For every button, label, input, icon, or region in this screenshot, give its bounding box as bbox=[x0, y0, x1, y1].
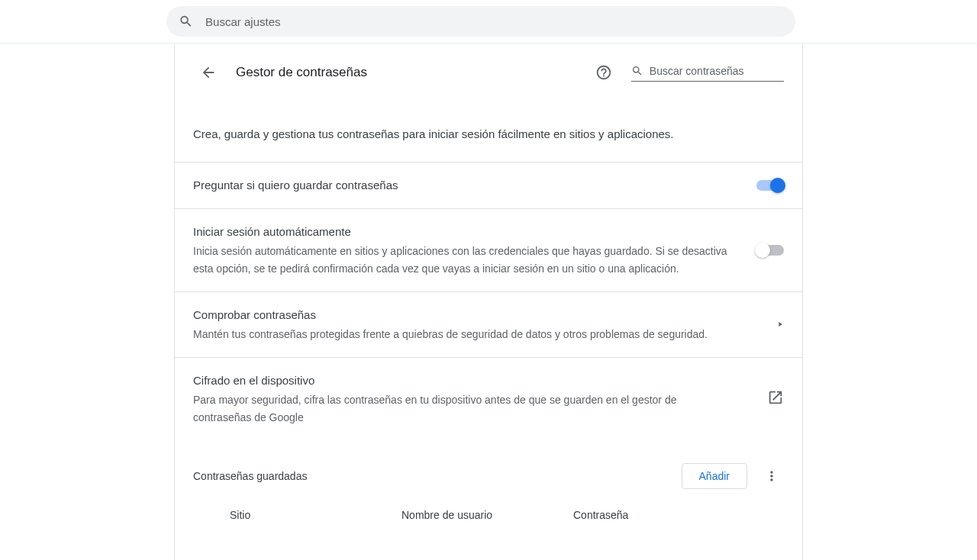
auto-signin-toggle[interactable] bbox=[756, 245, 784, 256]
auto-signin-title: Iniciar sesión automáticamente bbox=[193, 223, 741, 241]
check-pw-desc: Mantén tus contraseñas protegidas frente… bbox=[193, 326, 727, 343]
row-auto-signin: Iniciar sesión automáticamente Inicia se… bbox=[175, 209, 802, 292]
column-username: Nombre de usuario bbox=[401, 509, 573, 521]
password-manager-panel: Gestor de contraseñas Crea, guarda y ges… bbox=[174, 43, 803, 560]
toggle-thumb bbox=[770, 178, 785, 193]
auto-signin-desc: Inicia sesión automáticamente en sitios … bbox=[193, 243, 727, 278]
ask-save-toggle[interactable] bbox=[756, 180, 784, 191]
intro-text: Crea, guarda y gestiona tus contraseñas … bbox=[175, 95, 802, 163]
more-options-button[interactable] bbox=[759, 464, 784, 488]
chevron-right-icon bbox=[776, 318, 784, 330]
search-settings-field[interactable] bbox=[166, 6, 795, 37]
check-pw-title: Comprobar contraseñas bbox=[193, 306, 761, 324]
search-passwords-field[interactable] bbox=[631, 64, 784, 82]
passwords-table-header: Sitio Nombre de usuario Contraseña bbox=[175, 498, 802, 532]
encryption-desc: Para mayor seguridad, cifra las contrase… bbox=[193, 391, 727, 426]
ask-save-title: Preguntar si quiero guardar contraseñas bbox=[193, 176, 741, 195]
search-passwords-input[interactable] bbox=[650, 65, 784, 77]
saved-passwords-title: Contraseñas guardadas bbox=[193, 470, 682, 482]
saved-passwords-header: Contraseñas guardadas Añadir bbox=[175, 440, 802, 498]
search-settings-input[interactable] bbox=[205, 15, 783, 28]
search-icon bbox=[179, 14, 193, 29]
column-site: Sitio bbox=[230, 509, 401, 521]
panel-header: Gestor de contraseñas bbox=[175, 43, 802, 95]
help-button[interactable] bbox=[588, 57, 619, 88]
row-ask-save: Preguntar si quiero guardar contraseñas bbox=[175, 163, 802, 209]
search-icon bbox=[631, 64, 643, 78]
page-title: Gestor de contraseñas bbox=[236, 65, 576, 80]
toggle-thumb bbox=[755, 243, 770, 258]
add-password-button[interactable]: Añadir bbox=[682, 463, 747, 489]
row-device-encryption[interactable]: Cifrado en el dispositivo Para mayor seg… bbox=[175, 358, 802, 440]
column-password: Contraseña bbox=[573, 509, 784, 521]
top-bar bbox=[0, 0, 977, 43]
back-button[interactable] bbox=[193, 57, 224, 88]
encryption-title: Cifrado en el dispositivo bbox=[193, 372, 752, 390]
open-external-icon bbox=[767, 389, 784, 408]
row-check-passwords[interactable]: Comprobar contraseñas Mantén tus contras… bbox=[175, 292, 802, 358]
